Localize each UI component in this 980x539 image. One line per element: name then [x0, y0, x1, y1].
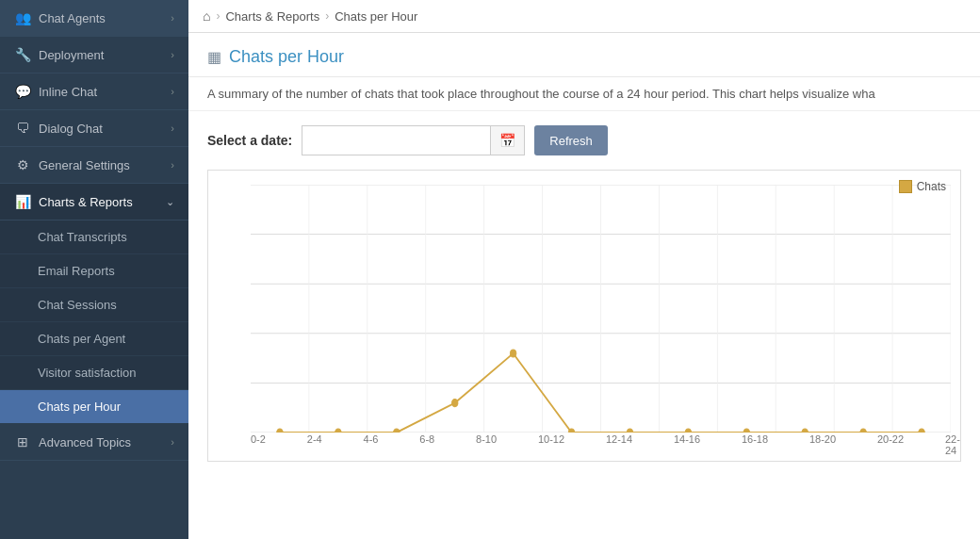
sidebar-item-charts-reports[interactable]: 📊 Charts & Reports ⌄ [0, 184, 188, 220]
sidebar-item-email-reports[interactable]: Email Reports [0, 254, 188, 288]
svg-point-25 [335, 429, 342, 433]
breadcrumb-sep-1: › [216, 9, 220, 23]
x-label-22-24: 22-24 [945, 433, 960, 456]
svg-point-31 [685, 429, 692, 433]
chat-agents-icon: 👥 [14, 10, 31, 25]
sidebar-item-label: Deployment [39, 48, 104, 62]
x-axis-labels: 0-2 2-4 4-6 6-8 8-10 10-12 12-14 14-16 1… [251, 433, 960, 456]
sidebar-item-chats-per-agent[interactable]: Chats per Agent [0, 322, 188, 356]
breadcrumb-sep-2: › [325, 9, 329, 23]
page-header: ▦ Chats per Hour [188, 33, 980, 77]
date-label: Select a date: [207, 133, 292, 148]
page-title: Chats per Hour [229, 47, 344, 67]
advanced-icon: ⊞ [14, 434, 31, 449]
chevron-right-icon: › [171, 86, 174, 97]
chevron-down-icon: ⌄ [166, 196, 174, 208]
svg-point-27 [451, 400, 458, 407]
chart-container: Chats [207, 170, 961, 462]
charts-reports-submenu: Chat Transcripts Email Reports Chat Sess… [0, 220, 188, 424]
sidebar-item-label: General Settings [39, 158, 130, 172]
chart-svg: 0 5 10 15 20 25 [251, 185, 951, 433]
x-label-16-18: 16-18 [742, 433, 768, 456]
chevron-right-icon: › [171, 122, 174, 134]
sidebar-item-chat-sessions[interactable]: Chat Sessions [0, 288, 188, 322]
sidebar-item-inline-chat[interactable]: 💬 Inline Chat › [0, 74, 188, 110]
x-label-0-2: 0-2 [251, 433, 266, 456]
x-label-4-6: 4-6 [364, 433, 379, 456]
settings-icon: ⚙ [14, 157, 31, 172]
sidebar-item-deployment[interactable]: 🔧 Deployment › [0, 37, 188, 74]
chevron-right-icon: › [171, 436, 174, 448]
svg-point-26 [393, 429, 400, 433]
svg-point-35 [919, 429, 925, 433]
sidebar-item-label: Dialog Chat [39, 122, 103, 136]
sidebar-item-chat-transcripts[interactable]: Chat Transcripts [0, 220, 188, 254]
x-label-20-22: 20-22 [877, 433, 904, 456]
svg-point-24 [277, 429, 284, 433]
sidebar-item-chat-agents[interactable]: 👥 Chat Agents › [0, 0, 188, 37]
chart-legend: Chats [899, 180, 946, 193]
sidebar-item-label: Chat Agents [39, 11, 106, 25]
chevron-right-icon: › [171, 49, 174, 60]
x-label-18-20: 18-20 [809, 433, 836, 456]
x-label-10-12: 10-12 [538, 433, 564, 456]
breadcrumb: ⌂ › Charts & Reports › Chats per Hour [188, 0, 980, 33]
dialog-chat-icon: 🗨 [14, 121, 31, 136]
home-icon[interactable]: ⌂ [203, 8, 210, 24]
legend-color-box [899, 180, 912, 193]
calendar-button[interactable]: 📅 [490, 125, 525, 155]
date-input[interactable] [302, 125, 490, 155]
svg-point-34 [860, 429, 867, 433]
refresh-button[interactable]: Refresh [534, 125, 608, 155]
sidebar: 👥 Chat Agents › 🔧 Deployment › 💬 Inline … [0, 0, 188, 539]
sidebar-item-label: Inline Chat [39, 85, 97, 99]
deployment-icon: 🔧 [14, 47, 31, 62]
page-header-icon: ▦ [207, 48, 221, 66]
breadcrumb-current: Chats per Hour [335, 9, 417, 24]
x-label-12-14: 12-14 [606, 433, 632, 456]
inline-chat-icon: 💬 [14, 84, 31, 99]
calendar-icon: 📅 [499, 133, 515, 148]
chevron-right-icon: › [171, 12, 174, 24]
x-label-8-10: 8-10 [476, 433, 497, 456]
svg-point-30 [627, 429, 633, 433]
x-label-2-4: 2-4 [307, 433, 322, 456]
svg-point-28 [510, 350, 516, 357]
sidebar-item-advanced-topics[interactable]: ⊞ Advanced Topics › [0, 424, 188, 461]
sidebar-item-dialog-chat[interactable]: 🗨 Dialog Chat › [0, 110, 188, 147]
sidebar-item-chats-per-hour[interactable]: Chats per Hour [0, 390, 188, 424]
breadcrumb-charts-reports[interactable]: Charts & Reports [225, 9, 319, 24]
main-content: ⌂ › Charts & Reports › Chats per Hour ▦ … [188, 0, 980, 539]
sidebar-item-label: Charts & Reports [39, 195, 133, 209]
page-description: A summary of the number of chats that to… [188, 77, 980, 111]
sidebar-item-general-settings[interactable]: ⚙ General Settings › [0, 147, 188, 184]
sidebar-item-label: Advanced Topics [39, 435, 131, 449]
x-label-14-16: 14-16 [674, 433, 700, 456]
legend-label: Chats [917, 180, 946, 193]
page-content: ▦ Chats per Hour A summary of the number… [188, 33, 980, 539]
charts-icon: 📊 [14, 194, 31, 209]
x-label-6-8: 6-8 [419, 433, 434, 456]
svg-point-32 [743, 429, 750, 433]
date-selector: Select a date: 📅 Refresh [188, 111, 980, 170]
chevron-right-icon: › [171, 159, 174, 171]
svg-point-33 [802, 429, 808, 433]
date-input-wrap: 📅 [302, 125, 525, 155]
svg-point-29 [568, 429, 575, 433]
sidebar-item-visitor-satisfaction[interactable]: Visitor satisfaction [0, 356, 188, 390]
